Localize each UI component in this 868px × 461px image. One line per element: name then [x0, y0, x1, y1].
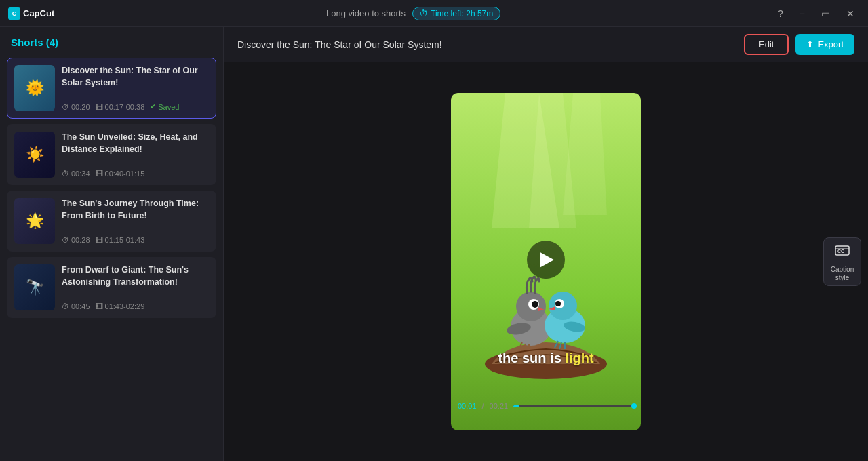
- short-card-4[interactable]: 🔭 From Dwarf to Giant: The Sun's Astonis…: [7, 257, 216, 318]
- clock-icon-3: ⏱: [62, 236, 69, 244]
- card-meta-4: ⏱ 00:45 🎞 01:43-02:29: [62, 302, 209, 310]
- short-card-3[interactable]: 🌟 The Sun's Journey Through Time: From B…: [7, 191, 216, 252]
- subtitle-text: the sun is: [498, 350, 565, 365]
- card-info-4: From Dwarf to Giant: The Sun's Astonishi…: [62, 264, 209, 310]
- time-left-text: Time left: 2h 57m: [431, 9, 493, 18]
- duration-text-3: 00:28: [71, 236, 90, 244]
- progress-bar[interactable]: [513, 405, 634, 407]
- video-area: the sun is light 00:01 / 00:21: [224, 62, 868, 461]
- help-button[interactable]: ?: [772, 5, 789, 22]
- content-title: Discover the Sun: The Star of Our Solar …: [237, 39, 442, 50]
- card-meta-1: ⏱ 00:20 🎞 00:17-00:38 ✔ Saved: [62, 102, 209, 111]
- card-info-1: Discover the Sun: The Star of Our Solar …: [62, 65, 209, 111]
- clock-icon-4: ⏱: [62, 302, 69, 310]
- timerange-2: 🎞 00:40-01:15: [96, 169, 145, 178]
- timerange-text-2: 00:40-01:15: [105, 169, 145, 178]
- app-name: CapCut: [23, 8, 54, 18]
- titlebar-right: ? − ▭ ✕: [772, 5, 860, 22]
- video-icon-4: 🎞: [96, 302, 103, 310]
- minimize-button[interactable]: −: [794, 5, 810, 22]
- card-meta-3: ⏱ 00:28 🎞 01:15-01:43: [62, 236, 209, 244]
- thumb-emoji-4: 🔭: [26, 279, 44, 296]
- svg-text:CC: CC: [837, 249, 844, 254]
- total-time: 00:21: [490, 402, 509, 410]
- content-header: Discover the Sun: The Star of Our Solar …: [224, 27, 868, 62]
- clock-icon-1: ⏱: [62, 103, 69, 111]
- close-button[interactable]: ✕: [841, 5, 860, 22]
- duration-text-2: 00:34: [71, 169, 90, 178]
- thumbnail-4: 🔭: [14, 264, 55, 310]
- card-info-3: The Sun's Journey Through Time: From Bir…: [62, 198, 209, 244]
- card-title-3: The Sun's Journey Through Time: From Bir…: [62, 198, 209, 222]
- sidebar-header: Shorts (4): [0, 27, 223, 55]
- card-title-2: The Sun Unveiled: Size, Heat, and Distan…: [62, 132, 209, 155]
- duration-4: ⏱ 00:45: [62, 302, 90, 310]
- video-icon-3: 🎞: [96, 236, 103, 244]
- thumb-content-1: 🌞: [14, 65, 55, 111]
- card-title-4: From Dwarf to Giant: The Sun's Astonishi…: [62, 264, 209, 288]
- titlebar: C CapCut Long video to shorts ⏱ Time lef…: [0, 0, 868, 27]
- duration-1: ⏱ 00:20: [62, 103, 90, 111]
- video-icon-1: 🎞: [96, 103, 103, 111]
- video-background: the sun is light 00:01 / 00:21: [451, 93, 641, 430]
- play-icon: [540, 252, 554, 267]
- duration-2: ⏱ 00:34: [62, 169, 90, 178]
- content-area: Discover the Sun: The Star of Our Solar …: [224, 27, 868, 461]
- current-time: 00:01: [458, 402, 477, 410]
- thumb-emoji-2: ☀️: [26, 146, 44, 163]
- duration-text-1: 00:20: [71, 103, 90, 111]
- sidebar: Shorts (4) 🌞 Discover the Sun: The Star …: [0, 27, 224, 461]
- duration-text-4: 00:45: [71, 302, 90, 310]
- video-player: the sun is light 00:01 / 00:21: [451, 93, 641, 430]
- subtitle-overlay: the sun is light: [498, 350, 593, 366]
- caption-style-label: Caption style: [831, 266, 854, 282]
- timerange-1: 🎞 00:17-00:38: [96, 103, 145, 111]
- card-info-2: The Sun Unveiled: Size, Heat, and Distan…: [62, 132, 209, 178]
- duration-3: ⏱ 00:28: [62, 236, 90, 244]
- thumb-emoji-1: 🌞: [26, 79, 44, 97]
- edit-button[interactable]: Edit: [744, 34, 789, 55]
- svg-point-14: [555, 301, 561, 306]
- time-separator: /: [482, 402, 484, 410]
- check-icon-1: ✔: [150, 102, 156, 111]
- card-title-1: Discover the Sun: The Star of Our Solar …: [62, 65, 209, 89]
- clock-icon-2: ⏱: [62, 169, 69, 178]
- timerange-text-1: 00:17-00:38: [105, 103, 145, 111]
- video-icon-2: 🎞: [96, 169, 103, 178]
- timerange-4: 🎞 01:43-02:29: [96, 302, 145, 310]
- window-title: Long video to shorts: [326, 8, 406, 18]
- caption-style-button[interactable]: CC Caption style: [823, 237, 861, 286]
- thumb-emoji-3: 🌟: [26, 212, 44, 230]
- restore-button[interactable]: ▭: [816, 5, 835, 22]
- thumbnail-3: 🌟: [14, 198, 55, 244]
- subtitle-highlight: light: [565, 350, 593, 365]
- short-card-2[interactable]: ☀️ The Sun Unveiled: Size, Heat, and Dis…: [7, 124, 216, 185]
- caption-style-panel: CC Caption style: [823, 237, 861, 286]
- timerange-3: 🎞 01:15-01:43: [96, 236, 145, 244]
- export-button[interactable]: ⬆ Export: [795, 34, 854, 55]
- saved-badge-1: ✔ Saved: [150, 102, 179, 111]
- titlebar-left: C CapCut: [8, 7, 54, 20]
- saved-text-1: Saved: [158, 103, 179, 111]
- main-content: Shorts (4) 🌞 Discover the Sun: The Star …: [0, 27, 868, 461]
- time-left-badge: ⏱ Time left: 2h 57m: [412, 7, 500, 20]
- progress-fill: [513, 405, 519, 407]
- titlebar-center: Long video to shorts ⏱ Time left: 2h 57m: [326, 7, 500, 20]
- clock-icon: ⏱: [420, 9, 428, 18]
- thumb-content-3: 🌟: [14, 198, 55, 244]
- short-card-1[interactable]: 🌞 Discover the Sun: The Star of Our Sola…: [7, 58, 216, 119]
- video-timeline[interactable]: 00:01 / 00:21: [458, 402, 634, 410]
- thumb-content-2: ☀️: [14, 132, 55, 178]
- progress-dot: [631, 403, 637, 409]
- export-icon: ⬆: [806, 39, 814, 49]
- svg-point-8: [532, 301, 538, 308]
- thumbnail-1: 🌞: [14, 65, 55, 111]
- play-button[interactable]: [527, 241, 565, 279]
- card-meta-2: ⏱ 00:34 🎞 00:40-01:15: [62, 169, 209, 178]
- thumb-content-4: 🔭: [14, 264, 55, 310]
- app-logo: C CapCut: [8, 7, 54, 20]
- header-buttons: Edit ⬆ Export: [744, 34, 854, 55]
- caption-style-icon: CC: [834, 242, 850, 262]
- app-logo-icon: C: [8, 7, 20, 20]
- thumbnail-2: ☀️: [14, 132, 55, 178]
